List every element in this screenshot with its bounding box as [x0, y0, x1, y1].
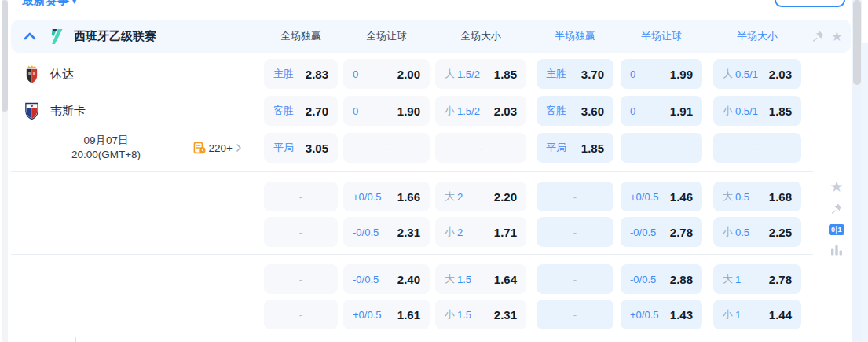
odds-row-alt-3: - -0/0.52.40 大1.51.64 - -0/0.52.88 大12.7… — [11, 264, 851, 294]
odds-cell-ht-away-win[interactable]: 客胜3.60 — [537, 96, 613, 126]
odds-cell-ft-draw[interactable]: 平局3.05 — [264, 133, 338, 163]
top-bar: 最新赛事▾ — [11, 0, 851, 20]
odds-cell-ht-handicap[interactable]: +0/0.51.46 — [621, 182, 702, 211]
odds-label: 0 — [353, 105, 358, 117]
odds-value: 1.66 — [397, 190, 420, 204]
odds-cell-ht-draw[interactable]: 平局1.85 — [537, 133, 613, 163]
no-odds: - — [660, 142, 663, 154]
odds-row-draw: 09月07日 20:00(GMT+8) 220+ 平局3.05 — [11, 133, 851, 163]
odds-value: 2.31 — [397, 226, 420, 239]
odds-cell-empty: - — [435, 133, 526, 163]
column-header-ft-1x2: 全场独赢 — [264, 29, 338, 43]
odds-cell-ht-under[interactable]: 小0.52.25 — [713, 217, 801, 247]
odds-label-group: 大0.5/1 — [723, 67, 758, 81]
odds-cell-ht-over[interactable]: 大0.51.68 — [713, 182, 801, 211]
odds-cell-ht-handicap-home[interactable]: 01.99 — [621, 59, 702, 89]
odds-cell-ht-under[interactable]: 小0.5/11.85 — [713, 96, 801, 126]
odds-label: -0/0.5 — [353, 274, 379, 285]
right-edge-strip — [862, 43, 868, 342]
odds-cell-ht-over[interactable]: 大0.5/12.03 — [713, 59, 801, 89]
match-time: 20:00(GMT+8) — [55, 148, 157, 162]
odds-cell-ht-handicap-away[interactable]: 01.91 — [621, 96, 702, 126]
column-header-ht-handicap: 半场让球 — [621, 29, 702, 43]
odds-cell-ft-handicap-home[interactable]: 02.00 — [343, 59, 430, 89]
column-header-ht-overunder: 半场大小 — [713, 29, 801, 43]
odds-cell-ft-under[interactable]: 小1.52.31 — [435, 300, 526, 329]
next-section-divider — [75, 337, 76, 342]
odds-cell-empty: - — [537, 217, 613, 247]
cutoff-pill-button[interactable] — [775, 0, 845, 7]
ou-line: 1 — [735, 309, 741, 321]
cutoff-section-label[interactable]: 最新赛事▾ — [22, 0, 76, 8]
odds-cell-ft-over[interactable]: 大1.51.64 — [435, 264, 526, 294]
block-divider — [11, 171, 813, 172]
side-action-rail: ★ 0|1 — [825, 179, 848, 256]
block-divider — [11, 254, 813, 255]
favorite-star-icon[interactable]: ★ — [831, 30, 843, 43]
odds-cell-ft-over[interactable]: 大1.5/21.85 — [435, 59, 526, 89]
odds-value: 1.44 — [769, 308, 792, 322]
odds-cell-ht-handicap[interactable]: -0/0.52.78 — [621, 217, 702, 247]
no-odds: - — [299, 226, 302, 238]
favorite-star-icon[interactable]: ★ — [830, 179, 843, 194]
odds-label: -0/0.5 — [630, 274, 656, 285]
home-team[interactable]: 休达 — [11, 64, 264, 84]
odds-cell-empty: - — [264, 182, 338, 211]
odds-cell-ft-away-win[interactable]: 客胜2.70 — [264, 96, 338, 126]
odds-value: 2.20 — [494, 190, 517, 204]
odds-label-group: 大1.5/2 — [445, 67, 480, 81]
odds-row-alt-1: - +0/0.51.66 大22.20 - +0/0.51.46 大0.51.6… — [11, 182, 851, 211]
pin-icon[interactable] — [830, 203, 843, 215]
more-markets-link[interactable]: 220+ — [193, 142, 242, 154]
odds-cell-ft-under[interactable]: 小1.5/22.03 — [435, 96, 526, 126]
odds-cell-ht-over[interactable]: 大12.78 — [713, 264, 801, 294]
ou-direction: 大 — [445, 67, 455, 81]
odds-label: -0/0.5 — [630, 226, 656, 238]
odds-label: 主胜 — [273, 67, 294, 81]
odds-cell-empty: - — [537, 300, 613, 329]
odds-label-group: 大1.5 — [445, 272, 471, 286]
stats-bar-chart-icon[interactable] — [830, 244, 843, 256]
away-team[interactable]: 韦斯卡 — [11, 101, 264, 121]
score-toggle-badge[interactable]: 0|1 — [829, 224, 844, 235]
odds-cell-empty: - — [264, 264, 338, 294]
pin-icon[interactable] — [811, 30, 825, 43]
odds-cell-ft-handicap[interactable]: -0/0.52.40 — [343, 264, 430, 294]
odds-cell-ft-over[interactable]: 大22.20 — [435, 182, 526, 211]
collapse-chevron-up-icon[interactable] — [24, 32, 38, 40]
odds-cell-ht-home-win[interactable]: 主胜3.70 — [537, 59, 613, 89]
odds-label-group: 小1 — [723, 307, 741, 322]
ou-direction: 大 — [445, 189, 455, 204]
odds-value: 2.25 — [769, 226, 792, 239]
odds-cell-empty: - — [537, 264, 613, 294]
odds-cell-ft-handicap-away[interactable]: 01.90 — [343, 96, 430, 126]
odds-cell-ft-handicap[interactable]: +0/0.51.66 — [343, 182, 430, 211]
match-info: 09月07日 20:00(GMT+8) 220+ — [11, 134, 264, 162]
no-odds: - — [385, 142, 388, 154]
odds-label-group: 小0.5/1 — [723, 104, 758, 118]
odds-value: 1.43 — [670, 308, 693, 322]
odds-cell-ft-handicap[interactable]: +0/0.51.61 — [343, 300, 430, 329]
caret-down-icon: ▾ — [72, 0, 76, 6]
ou-direction: 小 — [723, 225, 733, 239]
odds-value: 2.03 — [494, 105, 517, 118]
odds-cell-ft-under[interactable]: 小21.71 — [435, 217, 526, 247]
odds-value: 2.78 — [670, 226, 693, 239]
odds-cell-empty: - — [713, 133, 801, 163]
left-scrollbar-thumb[interactable] — [2, 0, 8, 112]
odds-value: 1.71 — [494, 226, 517, 239]
odds-value: 1.64 — [494, 273, 517, 286]
right-scrollbar-thumb[interactable] — [853, 0, 861, 85]
ou-direction: 小 — [445, 225, 455, 239]
odds-cell-ht-under[interactable]: 小11.44 — [713, 300, 801, 329]
odds-cell-ht-handicap[interactable]: +0/0.51.43 — [621, 300, 702, 329]
odds-cell-ft-handicap[interactable]: -0/0.52.31 — [343, 217, 430, 247]
no-odds: - — [479, 142, 482, 154]
league-header-left: 西班牙乙级联赛 — [11, 28, 264, 45]
odds-label: 主胜 — [546, 67, 566, 81]
away-team-crest-icon — [24, 101, 40, 121]
ou-direction: 小 — [445, 307, 455, 322]
odds-label-group: 小2 — [445, 225, 463, 239]
odds-cell-ft-home-win[interactable]: 主胜2.83 — [264, 59, 338, 89]
odds-cell-ht-handicap[interactable]: -0/0.52.88 — [621, 264, 702, 294]
